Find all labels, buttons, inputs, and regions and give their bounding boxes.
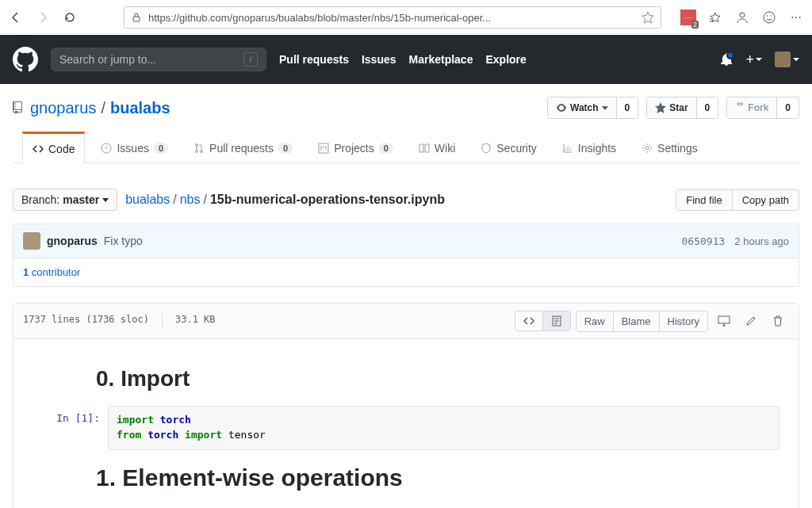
commit-message[interactable]: Fix typo — [104, 235, 143, 247]
tab-insights[interactable]: Insights — [553, 132, 626, 162]
caret-down-icon — [102, 198, 109, 202]
delete-button[interactable] — [767, 310, 789, 332]
svg-rect-0 — [133, 17, 140, 21]
commit-author[interactable]: gnoparus — [47, 235, 98, 247]
desktop-button[interactable] — [713, 310, 735, 332]
blame-button[interactable]: Blame — [614, 311, 660, 331]
repo-name-link[interactable]: bualabs — [110, 99, 170, 117]
pencil-icon — [745, 315, 756, 327]
star-count[interactable]: 0 — [697, 97, 718, 118]
star-button[interactable]: Star 0 — [646, 97, 718, 119]
breadcrumb: bualabs/nbs/15b-numerical-operations-ten… — [125, 193, 445, 207]
forward-button[interactable] — [35, 10, 51, 25]
profile-icon[interactable] — [734, 10, 750, 25]
history-button[interactable]: History — [660, 311, 707, 331]
file-viewer: 1737 lines (1736 sloc) 33.1 KB Raw Blame… — [13, 303, 799, 508]
trash-icon — [773, 315, 783, 327]
avatar — [775, 52, 791, 67]
github-header: Search or jump to... / Pull requests Iss… — [0, 35, 812, 84]
star-icon — [655, 102, 666, 113]
repo-title: gnoparus / bualabs — [13, 99, 170, 117]
gear-icon — [642, 143, 653, 154]
breadcrumb-root[interactable]: bualabs — [125, 193, 170, 206]
tab-security[interactable]: Security — [471, 132, 546, 162]
code-icon — [33, 143, 44, 155]
svg-point-10 — [645, 147, 649, 150]
pr-icon — [193, 143, 205, 154]
svg-point-2 — [764, 12, 775, 23]
search-placeholder: Search or jump to... — [59, 53, 243, 66]
heading-import: 0. Import — [96, 366, 779, 392]
raw-button[interactable]: Raw — [576, 311, 614, 331]
fork-icon — [735, 102, 745, 113]
graph-icon — [562, 143, 573, 154]
repo-tabs: Code Issues0 Pull requests0 Projects0 Wi… — [13, 132, 799, 163]
address-bar[interactable]: https://github.com/gnoparus/bualabs/blob… — [124, 6, 661, 29]
back-button[interactable] — [8, 10, 24, 25]
breadcrumb-file: 15b-numerical-operations-tensor.ipynb — [210, 193, 445, 206]
edit-button[interactable] — [740, 310, 762, 332]
issue-icon — [101, 143, 112, 154]
notifications-button[interactable] — [720, 53, 733, 66]
book-icon — [419, 143, 430, 154]
heading-elementwise: 1. Element-wise operations — [96, 464, 779, 491]
nav-marketplace[interactable]: Marketplace — [409, 53, 473, 66]
commit-sha[interactable]: 0650913 — [682, 235, 726, 247]
slash-key-icon: / — [243, 52, 258, 67]
notification-dot — [726, 52, 734, 59]
extension-icon[interactable]: ⋯ — [680, 10, 696, 25]
source-view-button[interactable] — [515, 311, 543, 330]
commit-bar: gnoparus Fix typo 0650913 2 hours ago — [13, 223, 799, 258]
watch-count[interactable]: 0 — [617, 97, 638, 118]
breadcrumb-folder[interactable]: nbs — [180, 193, 201, 206]
refresh-button[interactable] — [62, 10, 78, 25]
eye-icon — [556, 102, 567, 113]
find-file-button[interactable]: Find file — [676, 189, 733, 211]
fork-count[interactable]: 0 — [777, 97, 799, 118]
nav-issues[interactable]: Issues — [362, 53, 396, 66]
user-menu[interactable] — [775, 52, 799, 67]
tab-settings[interactable]: Settings — [632, 132, 707, 162]
favorites-icon[interactable] — [707, 10, 723, 25]
svg-point-3 — [767, 15, 768, 17]
svg-point-1 — [740, 13, 745, 17]
file-lines: 1737 lines (1736 sloc) — [23, 314, 149, 328]
rendered-view-button[interactable] — [543, 311, 570, 330]
caret-down-icon — [602, 106, 608, 110]
nav-explore[interactable]: Explore — [485, 53, 526, 66]
code-icon — [523, 315, 534, 327]
tab-issues[interactable]: Issues0 — [91, 132, 178, 162]
star-icon[interactable] — [642, 11, 654, 24]
avatar[interactable] — [23, 232, 40, 250]
smiley-icon[interactable] — [761, 10, 777, 25]
tab-projects[interactable]: Projects0 — [308, 132, 403, 162]
add-menu[interactable]: + — [745, 52, 762, 68]
github-logo-icon[interactable] — [13, 47, 38, 72]
caret-down-icon — [756, 56, 762, 63]
repo-owner-link[interactable]: gnoparus — [30, 99, 96, 117]
browser-toolbar: https://github.com/gnoparus/bualabs/blob… — [0, 0, 812, 35]
branch-select[interactable]: Branch: master — [13, 189, 117, 211]
file-size: 33.1 KB — [175, 314, 216, 328]
tab-wiki[interactable]: Wiki — [409, 132, 465, 162]
fork-button[interactable]: Fork 0 — [726, 97, 799, 119]
plus-icon: + — [745, 52, 754, 68]
copy-path-button[interactable]: Copy path — [733, 189, 799, 211]
lock-icon — [131, 12, 142, 23]
cell-input: import torchfrom torch import tensor — [108, 406, 779, 450]
repo-icon — [13, 101, 25, 114]
search-input[interactable]: Search or jump to... / — [51, 48, 266, 71]
watch-button[interactable]: Watch 0 — [547, 97, 638, 119]
commit-time: 2 hours ago — [734, 235, 789, 247]
svg-point-4 — [771, 15, 772, 17]
tab-pull-requests[interactable]: Pull requests0 — [184, 132, 302, 162]
more-icon[interactable]: ⋯ — [788, 10, 804, 25]
cell-prompt: In [1]: — [33, 406, 108, 450]
caret-down-icon — [793, 56, 799, 63]
nav-pull-requests[interactable]: Pull requests — [279, 53, 349, 66]
code-cell: In [1]: import torchfrom torch import te… — [33, 406, 779, 450]
contributors-bar[interactable]: 1 contributor — [13, 258, 799, 287]
tab-code[interactable]: Code — [22, 132, 85, 163]
url-text: https://github.com/gnoparus/bualabs/blob… — [148, 12, 635, 24]
svg-rect-12 — [718, 316, 730, 323]
